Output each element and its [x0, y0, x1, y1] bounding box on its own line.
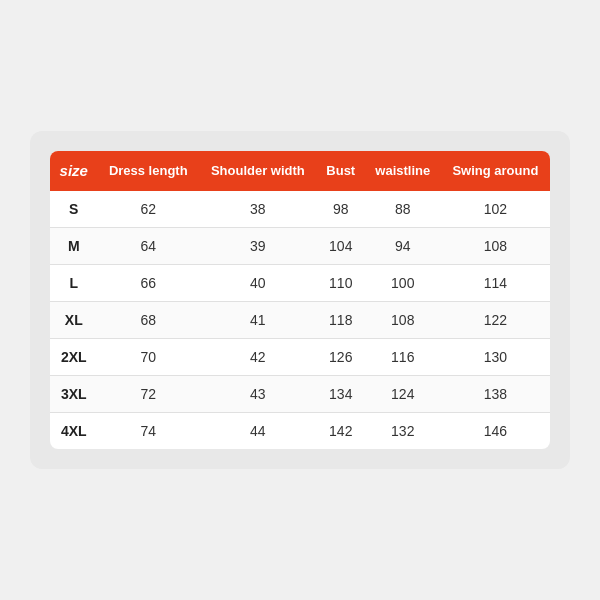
table-row: 4XL7444142132146 — [50, 412, 550, 449]
cell-r0-c4: 88 — [365, 191, 441, 228]
cell-r5-c2: 43 — [199, 375, 317, 412]
cell-r2-c0: L — [50, 264, 98, 301]
cell-r3-c4: 108 — [365, 301, 441, 338]
cell-r0-c1: 62 — [98, 191, 199, 228]
cell-r6-c3: 142 — [317, 412, 365, 449]
cell-r2-c2: 40 — [199, 264, 317, 301]
size-chart-table: sizeDress lengthShoulder widthBustwaistl… — [50, 151, 550, 449]
cell-r0-c3: 98 — [317, 191, 365, 228]
header-col-3: Bust — [317, 151, 365, 191]
cell-r0-c5: 102 — [441, 191, 550, 228]
cell-r4-c4: 116 — [365, 338, 441, 375]
cell-r5-c4: 124 — [365, 375, 441, 412]
cell-r4-c2: 42 — [199, 338, 317, 375]
cell-r5-c1: 72 — [98, 375, 199, 412]
cell-r4-c3: 126 — [317, 338, 365, 375]
cell-r3-c0: XL — [50, 301, 98, 338]
cell-r1-c2: 39 — [199, 227, 317, 264]
table-row: S62389888102 — [50, 191, 550, 228]
cell-r1-c4: 94 — [365, 227, 441, 264]
cell-r3-c2: 41 — [199, 301, 317, 338]
header-col-5: Swing around — [441, 151, 550, 191]
cell-r5-c3: 134 — [317, 375, 365, 412]
cell-r4-c0: 2XL — [50, 338, 98, 375]
cell-r1-c1: 64 — [98, 227, 199, 264]
cell-r2-c3: 110 — [317, 264, 365, 301]
cell-r3-c3: 118 — [317, 301, 365, 338]
cell-r1-c3: 104 — [317, 227, 365, 264]
cell-r0-c0: S — [50, 191, 98, 228]
cell-r6-c0: 4XL — [50, 412, 98, 449]
table-row: L6640110100114 — [50, 264, 550, 301]
table-row: XL6841118108122 — [50, 301, 550, 338]
cell-r3-c5: 122 — [441, 301, 550, 338]
cell-r2-c5: 114 — [441, 264, 550, 301]
cell-r4-c5: 130 — [441, 338, 550, 375]
cell-r4-c1: 70 — [98, 338, 199, 375]
cell-r2-c1: 66 — [98, 264, 199, 301]
header-col-0: size — [50, 151, 98, 191]
header-col-4: waistline — [365, 151, 441, 191]
cell-r5-c5: 138 — [441, 375, 550, 412]
cell-r6-c4: 132 — [365, 412, 441, 449]
cell-r6-c5: 146 — [441, 412, 550, 449]
table-row: M643910494108 — [50, 227, 550, 264]
cell-r1-c5: 108 — [441, 227, 550, 264]
cell-r5-c0: 3XL — [50, 375, 98, 412]
cell-r6-c2: 44 — [199, 412, 317, 449]
cell-r2-c4: 100 — [365, 264, 441, 301]
header-col-1: Dress length — [98, 151, 199, 191]
table-header-row: sizeDress lengthShoulder widthBustwaistl… — [50, 151, 550, 191]
cell-r6-c1: 74 — [98, 412, 199, 449]
table-row: 3XL7243134124138 — [50, 375, 550, 412]
cell-r1-c0: M — [50, 227, 98, 264]
header-col-2: Shoulder width — [199, 151, 317, 191]
table-body: S62389888102M643910494108L6640110100114X… — [50, 191, 550, 449]
cell-r0-c2: 38 — [199, 191, 317, 228]
size-chart-card: sizeDress lengthShoulder widthBustwaistl… — [30, 131, 570, 469]
table-row: 2XL7042126116130 — [50, 338, 550, 375]
cell-r3-c1: 68 — [98, 301, 199, 338]
